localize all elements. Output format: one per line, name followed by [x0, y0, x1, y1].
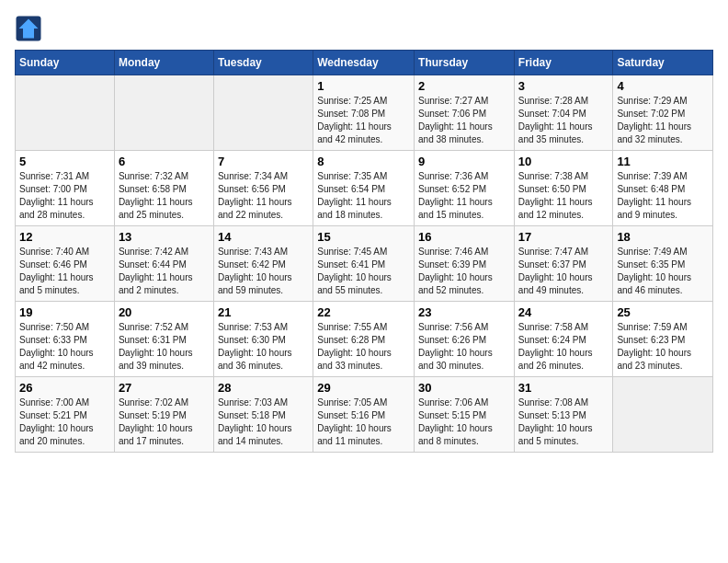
day-number: 6: [119, 155, 210, 168]
weekday-header: Sunday: [16, 51, 115, 75]
day-number: 4: [617, 79, 709, 93]
calendar-cell: 11Sunrise: 7:39 AM Sunset: 6:48 PM Dayli…: [613, 151, 713, 226]
day-number: 31: [518, 381, 609, 395]
day-info: Sunrise: 7:38 AM Sunset: 6:50 PM Dayligh…: [518, 170, 609, 222]
calendar-cell: 3Sunrise: 7:28 AM Sunset: 7:04 PM Daylig…: [514, 75, 613, 151]
day-number: 29: [317, 381, 410, 395]
day-number: 20: [119, 305, 210, 319]
weekday-header: Monday: [114, 51, 213, 75]
day-number: 8: [317, 155, 410, 168]
day-number: 28: [218, 381, 309, 395]
calendar-cell: 15Sunrise: 7:45 AM Sunset: 6:41 PM Dayli…: [313, 226, 415, 302]
day-number: 2: [418, 79, 510, 93]
day-info: Sunrise: 7:50 AM Sunset: 6:33 PM Dayligh…: [19, 321, 110, 373]
day-number: 17: [518, 230, 609, 244]
day-number: 26: [19, 381, 110, 395]
day-info: Sunrise: 7:06 AM Sunset: 5:15 PM Dayligh…: [418, 396, 510, 448]
calendar-cell: 21Sunrise: 7:53 AM Sunset: 6:30 PM Dayli…: [213, 302, 313, 377]
calendar-cell: 30Sunrise: 7:06 AM Sunset: 5:15 PM Dayli…: [415, 377, 515, 453]
calendar-week-row: 12Sunrise: 7:40 AM Sunset: 6:46 PM Dayli…: [16, 226, 713, 302]
day-info: Sunrise: 7:35 AM Sunset: 6:54 PM Dayligh…: [317, 170, 410, 222]
calendar-cell: [213, 75, 313, 151]
calendar-cell: 7Sunrise: 7:34 AM Sunset: 6:56 PM Daylig…: [213, 151, 313, 226]
day-info: Sunrise: 7:45 AM Sunset: 6:41 PM Dayligh…: [317, 246, 410, 297]
calendar-cell: 27Sunrise: 7:02 AM Sunset: 5:19 PM Dayli…: [114, 377, 213, 453]
day-info: Sunrise: 7:28 AM Sunset: 7:04 PM Dayligh…: [518, 95, 609, 146]
calendar-cell: 20Sunrise: 7:52 AM Sunset: 6:31 PM Dayli…: [114, 302, 213, 377]
day-number: 23: [418, 305, 510, 319]
day-number: 9: [418, 155, 510, 168]
day-info: Sunrise: 7:08 AM Sunset: 5:13 PM Dayligh…: [518, 396, 609, 448]
header-row: SundayMondayTuesdayWednesdayThursdayFrid…: [16, 51, 713, 75]
day-info: Sunrise: 7:53 AM Sunset: 6:30 PM Dayligh…: [218, 321, 309, 373]
day-number: 14: [218, 230, 309, 244]
calendar-cell: 23Sunrise: 7:56 AM Sunset: 6:26 PM Dayli…: [415, 302, 515, 377]
calendar-week-row: 1Sunrise: 7:25 AM Sunset: 7:08 PM Daylig…: [16, 75, 713, 151]
calendar-cell: 5Sunrise: 7:31 AM Sunset: 7:00 PM Daylig…: [16, 151, 115, 226]
day-info: Sunrise: 7:02 AM Sunset: 5:19 PM Dayligh…: [119, 396, 210, 448]
day-number: 30: [418, 381, 510, 395]
calendar-cell: 24Sunrise: 7:58 AM Sunset: 6:24 PM Dayli…: [514, 302, 613, 377]
weekday-header: Wednesday: [313, 51, 415, 75]
day-number: 3: [518, 79, 609, 93]
day-info: Sunrise: 7:29 AM Sunset: 7:02 PM Dayligh…: [617, 95, 709, 146]
weekday-header: Friday: [514, 51, 613, 75]
logo-icon: [15, 15, 42, 42]
day-number: 22: [317, 305, 410, 319]
day-info: Sunrise: 7:39 AM Sunset: 6:48 PM Dayligh…: [617, 170, 709, 222]
day-info: Sunrise: 7:27 AM Sunset: 7:06 PM Dayligh…: [418, 95, 510, 146]
day-number: 19: [19, 305, 110, 319]
day-number: 25: [617, 305, 709, 319]
logo: [15, 15, 46, 42]
calendar-cell: 26Sunrise: 7:00 AM Sunset: 5:21 PM Dayli…: [16, 377, 115, 453]
day-info: Sunrise: 7:36 AM Sunset: 6:52 PM Dayligh…: [418, 170, 510, 222]
day-number: 5: [19, 155, 110, 168]
calendar-cell: 8Sunrise: 7:35 AM Sunset: 6:54 PM Daylig…: [313, 151, 415, 226]
calendar-cell: 10Sunrise: 7:38 AM Sunset: 6:50 PM Dayli…: [514, 151, 613, 226]
day-info: Sunrise: 7:34 AM Sunset: 6:56 PM Dayligh…: [218, 170, 309, 222]
day-number: 15: [317, 230, 410, 244]
day-info: Sunrise: 7:03 AM Sunset: 5:18 PM Dayligh…: [218, 396, 309, 448]
calendar-cell: 16Sunrise: 7:46 AM Sunset: 6:39 PM Dayli…: [415, 226, 515, 302]
calendar-cell: 22Sunrise: 7:55 AM Sunset: 6:28 PM Dayli…: [313, 302, 415, 377]
day-info: Sunrise: 7:25 AM Sunset: 7:08 PM Dayligh…: [317, 95, 410, 146]
calendar-cell: [16, 75, 115, 151]
calendar-cell: 6Sunrise: 7:32 AM Sunset: 6:58 PM Daylig…: [114, 151, 213, 226]
day-info: Sunrise: 7:49 AM Sunset: 6:35 PM Dayligh…: [617, 246, 709, 297]
day-number: 11: [617, 155, 709, 168]
day-number: 7: [218, 155, 309, 168]
calendar-cell: 12Sunrise: 7:40 AM Sunset: 6:46 PM Dayli…: [16, 226, 115, 302]
calendar-cell: 1Sunrise: 7:25 AM Sunset: 7:08 PM Daylig…: [313, 75, 415, 151]
calendar-table: SundayMondayTuesdayWednesdayThursdayFrid…: [15, 50, 713, 453]
calendar-cell: 2Sunrise: 7:27 AM Sunset: 7:06 PM Daylig…: [415, 75, 515, 151]
calendar-cell: 14Sunrise: 7:43 AM Sunset: 6:42 PM Dayli…: [213, 226, 313, 302]
day-info: Sunrise: 7:55 AM Sunset: 6:28 PM Dayligh…: [317, 321, 410, 373]
day-info: Sunrise: 7:32 AM Sunset: 6:58 PM Dayligh…: [119, 170, 210, 222]
day-info: Sunrise: 7:42 AM Sunset: 6:44 PM Dayligh…: [119, 246, 210, 297]
calendar-cell: 28Sunrise: 7:03 AM Sunset: 5:18 PM Dayli…: [213, 377, 313, 453]
day-info: Sunrise: 7:56 AM Sunset: 6:26 PM Dayligh…: [418, 321, 510, 373]
day-number: 13: [119, 230, 210, 244]
day-info: Sunrise: 7:40 AM Sunset: 6:46 PM Dayligh…: [19, 246, 110, 297]
day-info: Sunrise: 7:47 AM Sunset: 6:37 PM Dayligh…: [518, 246, 609, 297]
calendar-cell: 31Sunrise: 7:08 AM Sunset: 5:13 PM Dayli…: [514, 377, 613, 453]
day-info: Sunrise: 7:31 AM Sunset: 7:00 PM Dayligh…: [19, 170, 110, 222]
weekday-header: Saturday: [613, 51, 713, 75]
day-number: 10: [518, 155, 609, 168]
calendar-cell: 18Sunrise: 7:49 AM Sunset: 6:35 PM Dayli…: [613, 226, 713, 302]
weekday-header: Thursday: [415, 51, 515, 75]
day-info: Sunrise: 7:05 AM Sunset: 5:16 PM Dayligh…: [317, 396, 410, 448]
day-number: 27: [119, 381, 210, 395]
day-number: 1: [317, 79, 410, 93]
day-info: Sunrise: 7:58 AM Sunset: 6:24 PM Dayligh…: [518, 321, 609, 373]
calendar-week-row: 26Sunrise: 7:00 AM Sunset: 5:21 PM Dayli…: [16, 377, 713, 453]
day-info: Sunrise: 7:46 AM Sunset: 6:39 PM Dayligh…: [418, 246, 510, 297]
calendar-week-row: 5Sunrise: 7:31 AM Sunset: 7:00 PM Daylig…: [16, 151, 713, 226]
calendar-cell: 13Sunrise: 7:42 AM Sunset: 6:44 PM Dayli…: [114, 226, 213, 302]
calendar-cell: 4Sunrise: 7:29 AM Sunset: 7:02 PM Daylig…: [613, 75, 713, 151]
calendar-cell: 17Sunrise: 7:47 AM Sunset: 6:37 PM Dayli…: [514, 226, 613, 302]
page-header: [15, 15, 713, 42]
day-info: Sunrise: 7:59 AM Sunset: 6:23 PM Dayligh…: [617, 321, 709, 373]
calendar-week-row: 19Sunrise: 7:50 AM Sunset: 6:33 PM Dayli…: [16, 302, 713, 377]
day-number: 18: [617, 230, 709, 244]
